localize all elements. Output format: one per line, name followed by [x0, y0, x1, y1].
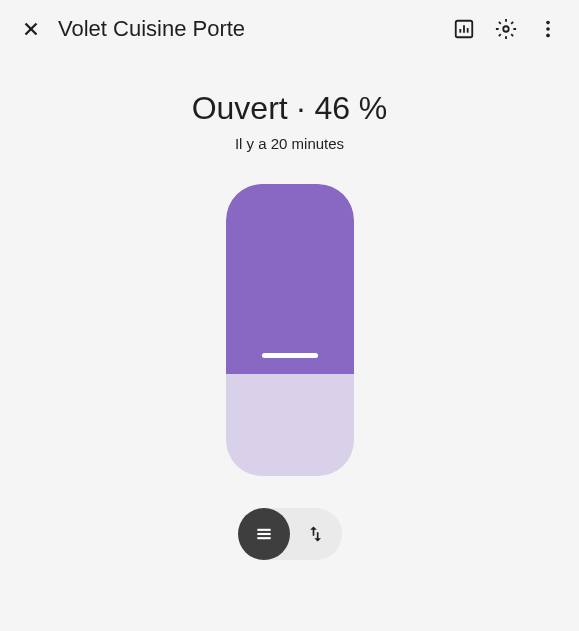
- more-vertical-icon: [537, 18, 559, 40]
- bar-chart-icon: [453, 18, 475, 40]
- time-text: Il y a 20 minutes: [235, 135, 344, 152]
- svg-point-8: [546, 27, 550, 31]
- close-icon: [20, 18, 42, 40]
- gear-icon: [495, 18, 517, 40]
- status-separator: ·: [297, 90, 306, 126]
- header-actions: [453, 18, 559, 40]
- position-mode-button[interactable]: [238, 508, 290, 560]
- svg-point-6: [503, 26, 509, 32]
- page-title: Volet Cuisine Porte: [58, 16, 437, 42]
- direction-mode-button[interactable]: [290, 508, 342, 560]
- settings-button[interactable]: [495, 18, 517, 40]
- svg-point-7: [546, 21, 550, 25]
- shutter-fill: [226, 184, 354, 374]
- shutter-handle: [262, 353, 318, 358]
- swap-vertical-icon: [306, 524, 326, 544]
- close-button[interactable]: [20, 18, 42, 40]
- stats-button[interactable]: [453, 18, 475, 40]
- more-button[interactable]: [537, 18, 559, 40]
- status-state: Ouvert: [192, 90, 288, 126]
- svg-point-9: [546, 34, 550, 38]
- status-text: Ouvert · 46 %: [192, 90, 388, 127]
- menu-icon: [254, 524, 274, 544]
- header: Volet Cuisine Porte: [0, 0, 579, 58]
- shutter-slider[interactable]: [226, 184, 354, 476]
- main-content: Ouvert · 46 % Il y a 20 minutes: [0, 58, 579, 560]
- control-toggle: [238, 508, 342, 560]
- status-percent: 46 %: [314, 90, 387, 126]
